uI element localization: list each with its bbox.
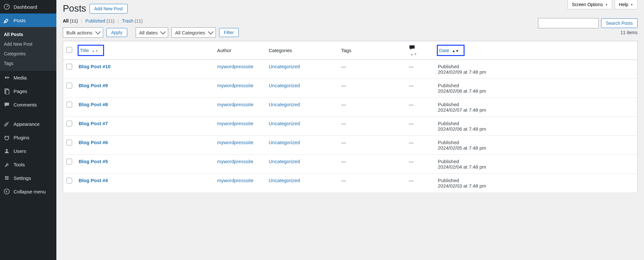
dashboard-icon: [3, 3, 10, 10]
post-title-link[interactable]: Blog Post #8: [79, 102, 108, 107]
post-author-link[interactable]: mywordpresssite: [217, 83, 254, 88]
posts-submenu: All Posts Add New Post Categories Tags: [0, 27, 56, 71]
search-posts-button[interactable]: Search Posts: [601, 18, 638, 28]
post-category-link[interactable]: Uncategorized: [269, 64, 300, 69]
filter-trash-count: (11): [135, 18, 143, 23]
filter-trash[interactable]: Trash: [122, 18, 135, 23]
post-category-link[interactable]: Uncategorized: [269, 159, 300, 164]
post-timestamp: 2024/02/05 at 7:48 pm: [438, 145, 634, 151]
post-category-link[interactable]: Uncategorized: [269, 178, 300, 183]
post-title-link[interactable]: Blog Post #9: [79, 83, 108, 88]
post-date: Published2024/02/07 at 7:48 pm: [435, 98, 638, 117]
submenu-categories[interactable]: Categories: [0, 49, 56, 59]
collapse-icon: [3, 188, 10, 195]
post-category-link[interactable]: Uncategorized: [269, 102, 300, 107]
screen-options-toggle[interactable]: Screen Options ▼: [568, 0, 612, 9]
sidebar-item-label: Settings: [14, 175, 31, 181]
apply-button[interactable]: Apply: [106, 28, 127, 37]
posts-table: Title ▲▼ Author Categories Tags ▲▼ Date: [63, 41, 638, 193]
separator: |: [81, 18, 82, 23]
comments-icon: [3, 101, 10, 108]
row-checkbox[interactable]: [66, 64, 72, 70]
post-author-link[interactable]: mywordpresssite: [217, 178, 254, 183]
sidebar-item-plugins[interactable]: Plugins: [0, 131, 56, 144]
svg-point-1: [5, 77, 7, 79]
sidebar-item-media[interactable]: Media: [0, 71, 56, 84]
row-checkbox[interactable]: [66, 178, 72, 183]
add-new-post-button[interactable]: Add New Post: [90, 4, 128, 14]
post-comments: —: [409, 64, 414, 69]
row-checkbox[interactable]: [66, 102, 72, 107]
sidebar-item-comments[interactable]: Comments: [0, 98, 56, 111]
filter-all-label: All: [63, 18, 69, 23]
row-checkbox[interactable]: [66, 83, 72, 88]
sidebar-item-settings[interactable]: Settings: [0, 171, 56, 185]
row-checkbox[interactable]: [66, 121, 72, 126]
post-author-link[interactable]: mywordpresssite: [217, 121, 254, 126]
post-category-link[interactable]: Uncategorized: [269, 83, 300, 88]
pin-icon: [3, 17, 10, 24]
screen-options-label: Screen Options: [572, 2, 603, 7]
post-status: Published: [438, 178, 634, 183]
category-filter-select[interactable]: All Categories: [171, 27, 216, 38]
sidebar-item-users[interactable]: Users: [0, 144, 56, 158]
post-author-link[interactable]: mywordpresssite: [217, 159, 254, 164]
tools-icon: [3, 161, 10, 168]
post-title-link[interactable]: Blog Post #7: [79, 121, 108, 126]
column-categories: Categories: [265, 41, 338, 60]
post-tags: —: [341, 102, 346, 107]
table-row: Blog Post #10mywordpresssiteUncategorize…: [63, 60, 638, 79]
post-author-link[interactable]: mywordpresssite: [217, 140, 254, 145]
table-row: Blog Post #4mywordpresssiteUncategorized…: [63, 174, 638, 193]
submenu-all-posts[interactable]: All Posts: [0, 30, 56, 39]
post-tags: —: [341, 64, 346, 69]
sidebar-item-posts[interactable]: Posts: [0, 14, 56, 27]
sidebar-item-tools[interactable]: Tools: [0, 158, 56, 171]
select-all-checkbox[interactable]: [66, 47, 72, 53]
sidebar-item-pages[interactable]: Pages: [0, 84, 56, 98]
help-toggle[interactable]: Help ▼: [615, 0, 638, 9]
post-title-link[interactable]: Blog Post #4: [79, 178, 108, 183]
sidebar-item-collapse[interactable]: Collapse menu: [0, 185, 56, 198]
bulk-actions-select[interactable]: Bulk actions: [63, 27, 103, 38]
submenu-tags[interactable]: Tags: [0, 59, 56, 68]
screen-meta-toggles: Screen Options ▼ Help ▼: [568, 0, 638, 9]
sidebar-item-label: Collapse menu: [14, 189, 46, 194]
submenu-add-new-post[interactable]: Add New Post: [0, 39, 56, 49]
tablenav-top: Bulk actions Apply All dates All Categor…: [63, 27, 638, 38]
sidebar-item-appearance[interactable]: Appearance: [0, 117, 56, 131]
table-row: Blog Post #9mywordpresssiteUncategorized…: [63, 79, 638, 98]
sidebar-item-label: Comments: [14, 102, 37, 107]
sidebar-item-label: Posts: [14, 18, 26, 23]
filter-all[interactable]: All (11): [63, 18, 79, 23]
row-checkbox[interactable]: [66, 159, 72, 164]
post-comments: —: [409, 178, 414, 183]
svg-point-5: [4, 189, 9, 194]
post-title-link[interactable]: Blog Post #6: [79, 140, 108, 145]
sidebar-item-dashboard[interactable]: Dashboard: [0, 0, 56, 14]
filter-published[interactable]: Published: [85, 18, 106, 23]
post-category-link[interactable]: Uncategorized: [269, 121, 300, 126]
column-comments[interactable]: ▲▼: [406, 41, 435, 60]
main-content: Screen Options ▼ Help ▼ Posts Add New Po…: [56, 0, 644, 260]
sidebar-item-label: Appearance: [14, 121, 40, 127]
post-date: Published2024/02/05 at 7:48 pm: [435, 136, 638, 155]
plugins-icon: [3, 134, 10, 141]
row-checkbox[interactable]: [66, 140, 72, 145]
post-timestamp: 2024/02/07 at 7:48 pm: [438, 107, 634, 113]
search-input[interactable]: [538, 18, 599, 28]
filter-button[interactable]: Filter: [219, 28, 239, 37]
sort-indicator-icon: ▲▼: [452, 49, 459, 53]
post-author-link[interactable]: mywordpresssite: [217, 64, 254, 69]
post-comments: —: [409, 121, 414, 126]
post-author-link[interactable]: mywordpresssite: [217, 102, 254, 107]
date-filter-select[interactable]: All dates: [136, 27, 168, 38]
column-date[interactable]: Date ▲▼: [435, 41, 638, 60]
post-title-link[interactable]: Blog Post #10: [79, 64, 111, 69]
admin-sidebar: Dashboard Posts All Posts Add New Post C…: [0, 0, 56, 260]
filter-published-count: (11): [107, 18, 115, 23]
post-title-link[interactable]: Blog Post #5: [79, 159, 108, 164]
post-category-link[interactable]: Uncategorized: [269, 140, 300, 145]
column-title[interactable]: Title ▲▼: [75, 41, 214, 60]
filter-trash-label: Trash: [122, 18, 133, 23]
